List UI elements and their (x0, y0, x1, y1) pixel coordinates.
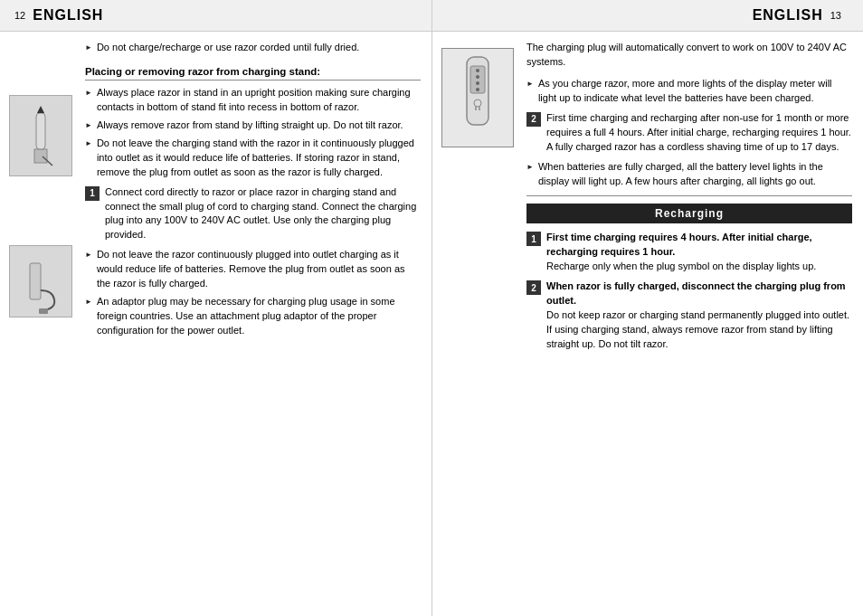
razor-display-svg (450, 52, 505, 143)
recharge-step-2-rest: Do not keep razor or charging stand perm… (546, 309, 849, 349)
recharge-step-1-rest: Recharge only when the plug symbol on th… (546, 261, 816, 271)
step-2-text: First time charging and recharging after… (546, 111, 852, 155)
bullet-icon: ► (85, 88, 92, 98)
when-charged-bullet: ► When batteries are fully charged, all … (526, 160, 852, 189)
dont-leave-bullet: ► Do not leave the razor continuously pl… (85, 248, 421, 291)
bullet-icon: ► (85, 138, 92, 148)
adaptor-bullet: ► An adaptor plug may be necessary for c… (85, 295, 421, 338)
step-1-text: Connect cord directly to razor or place … (105, 185, 421, 243)
lights-text: As you charge razor, more and more light… (538, 77, 852, 106)
intro-text: The charging plug will automatically con… (526, 41, 852, 70)
placing-heading: Placing or removing razor from charging … (85, 66, 421, 81)
placing-bullet-1: ► Always place razor in stand in an upri… (85, 86, 421, 115)
right-page: ENGLISH 13 (432, 0, 863, 616)
placing-text-3: Do not leave the charging stand with the… (97, 137, 421, 180)
page-spread: 12 ENGLISH (0, 0, 863, 616)
right-text-column: The charging plug will automatically con… (523, 41, 863, 607)
left-page: 12 ENGLISH (0, 0, 432, 616)
left-lang-title: ENGLISH (33, 7, 103, 24)
when-charged-text: When batteries are fully charged, all th… (538, 160, 852, 189)
placing-text-1: Always place razor in stand in an uprigh… (97, 86, 421, 115)
left-text-column: ► Do not charge/recharge or use razor co… (81, 41, 432, 607)
razor-stand-image (9, 95, 72, 176)
svg-rect-5 (39, 308, 48, 314)
recharging-header: Recharging (526, 204, 852, 223)
left-content: ► Do not charge/recharge or use razor co… (0, 32, 432, 616)
section-divider (526, 195, 852, 196)
svg-rect-0 (34, 149, 47, 163)
placing-text-2: Always remove razor from stand by liftin… (97, 118, 403, 133)
bullet-icon: ► (85, 43, 92, 52)
right-lang-title: ENGLISH (753, 7, 823, 24)
bullet-icon: ► (85, 250, 92, 260)
step-1: 1 Connect cord directly to razor or plac… (85, 185, 421, 243)
recharge-step-2-badge: 2 (526, 280, 541, 295)
right-content: The charging plug will automatically con… (432, 32, 863, 616)
step-1-badge: 1 (85, 186, 100, 201)
left-image-column (0, 41, 81, 607)
svg-point-11 (476, 88, 479, 91)
dont-charge-section: ► Do not charge/recharge or use razor co… (85, 41, 421, 55)
step-2: 2 First time charging and recharging aft… (526, 111, 852, 155)
recharge-step-1: 1 First time charging requires 4 hours. … (526, 231, 852, 274)
bullet-icon: ► (526, 162, 534, 172)
placing-bullet-2: ► Always remove razor from stand by lift… (85, 118, 421, 133)
adaptor-text: An adaptor plug may be necessary for cha… (97, 295, 421, 338)
bullet-icon: ► (526, 79, 534, 89)
svg-rect-1 (36, 113, 45, 149)
right-image-column (432, 41, 523, 607)
step-2-badge: 2 (526, 112, 541, 127)
svg-point-9 (476, 75, 479, 79)
recharge-step-2: 2 When razor is fully charged, disconnec… (526, 280, 852, 352)
bullet-icon: ► (85, 120, 92, 130)
placing-bullet-3: ► Do not leave the charging stand with t… (85, 137, 421, 180)
svg-rect-4 (30, 263, 41, 299)
svg-marker-2 (37, 106, 44, 113)
left-page-number: 12 (14, 10, 25, 21)
dont-charge-bullet: ► Do not charge/recharge or use razor co… (85, 41, 421, 55)
right-page-number: 13 (830, 10, 841, 21)
dont-charge-text: Do not charge/recharge or use razor cord… (97, 41, 359, 55)
recharge-step-2-bold: When razor is fully charged, disconnect … (546, 280, 846, 306)
recharge-step-1-bold: First time charging requires 4 hours. Af… (546, 232, 812, 257)
cord-image (9, 245, 72, 317)
right-header: ENGLISH 13 (432, 0, 863, 32)
cord-svg (16, 245, 66, 317)
lights-bullet: ► As you charge razor, more and more lig… (526, 77, 852, 106)
svg-point-10 (476, 81, 479, 85)
left-header: 12 ENGLISH (0, 0, 432, 32)
razor-stand-svg (27, 104, 54, 167)
razor-display-image (441, 48, 514, 147)
recharge-step-1-badge: 1 (526, 232, 541, 246)
bullet-icon: ► (85, 297, 92, 307)
dont-leave-text: Do not leave the razor continuously plug… (97, 248, 421, 291)
svg-point-8 (476, 69, 479, 72)
